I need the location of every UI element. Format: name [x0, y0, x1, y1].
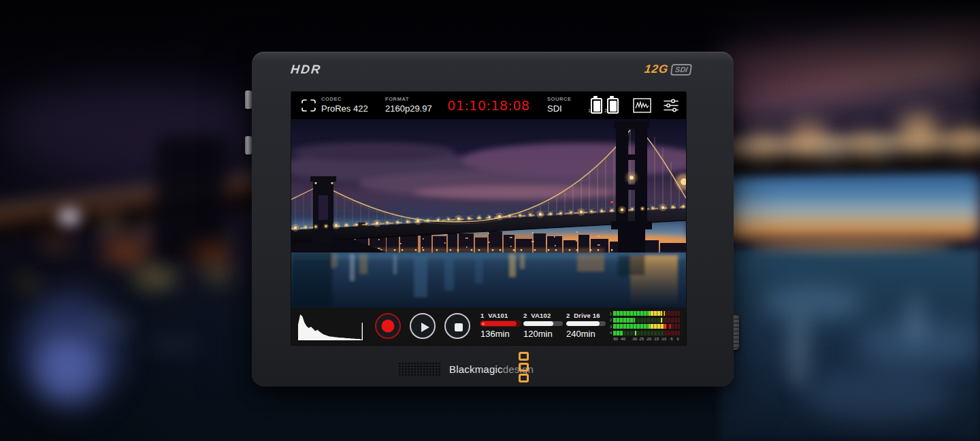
- bg-bokeh: [898, 114, 939, 147]
- recording-dot: [482, 323, 485, 325]
- bg-bokeh: [749, 133, 776, 154]
- storage-name: 1 VA101: [480, 312, 523, 319]
- bg-horizon-lights: [749, 240, 953, 252]
- video-preview[interactable]: [291, 119, 686, 308]
- audio-meters[interactable]: 1234-50-40-30-25-20-15-10-50: [608, 311, 680, 342]
- settings-sliders-icon[interactable]: [663, 98, 679, 113]
- storage-remaining: 240min: [566, 329, 608, 339]
- channel-number: 1: [608, 312, 613, 316]
- bg-bokeh: [41, 235, 72, 250]
- 12g-label: 12G: [643, 63, 669, 76]
- format-value: 2160p29.97: [385, 103, 432, 114]
- battery-number: 2: [604, 108, 607, 113]
- channel-number: 3: [608, 325, 613, 329]
- format-indicator[interactable]: FORMAT 2160p29.97: [385, 96, 432, 114]
- bg-reflection: [905, 293, 926, 347]
- logo-square: [519, 352, 529, 361]
- battery-number: 1: [588, 108, 591, 113]
- record-icon: [382, 320, 395, 333]
- bg-bokeh: [192, 245, 233, 264]
- bg-bokeh: [14, 278, 41, 289]
- status-bar: CODEC ProRes 422 FORMAT 2160p29.97 01:10…: [291, 92, 686, 119]
- storage-bar: [523, 321, 563, 326]
- bg-bokeh: [37, 337, 99, 398]
- video-assist-monitor: HDR 12G SDI CODEC ProRes 422 FORMAT 2160…: [252, 52, 734, 387]
- meter-scale: -50-40-30-25-20-15-10-50: [612, 337, 680, 342]
- codec-label: CODEC: [321, 96, 368, 102]
- play-icon: [421, 323, 429, 332]
- side-button[interactable]: [245, 91, 252, 109]
- logo-square: [519, 374, 529, 382]
- lower-toolbar: 1 VA101 136min 2 VA102 120min 2 Drive 16…: [291, 308, 686, 345]
- storage-bar: [566, 321, 606, 326]
- bg-bokeh: [204, 270, 234, 280]
- side-button[interactable]: [245, 136, 252, 154]
- bg-bokeh: [133, 271, 177, 284]
- waveform-scope-icon[interactable]: [633, 98, 651, 113]
- battery-icon: 2: [607, 98, 619, 114]
- storage-remaining: 120min: [523, 329, 566, 339]
- touchscreen[interactable]: CODEC ProRes 422 FORMAT 2160p29.97 01:10…: [291, 92, 686, 345]
- audio-meter-channel: 3: [608, 324, 680, 329]
- source-label: SOURCE: [547, 96, 572, 102]
- record-button[interactable]: [375, 313, 401, 339]
- audio-meter-channel: 2: [608, 318, 680, 323]
- bg-reflection: [143, 340, 204, 348]
- bg-bokeh: [789, 122, 828, 152]
- channel-number: 2: [608, 318, 613, 322]
- speaker-grille: [398, 362, 442, 376]
- audio-meter-channel: 4: [608, 331, 680, 336]
- source-value: SDI: [547, 103, 572, 114]
- bg-bokeh: [102, 240, 150, 263]
- hdr-badge: HDR: [290, 63, 322, 77]
- bg-reflection: [786, 313, 811, 388]
- timecode-display[interactable]: 01:10:18:08: [447, 98, 529, 113]
- battery-fill: [593, 101, 600, 112]
- bg-bridge-tower-left: [153, 136, 228, 262]
- bg-bokeh: [58, 208, 81, 226]
- play-button[interactable]: [410, 313, 436, 339]
- frame-guides-icon[interactable]: [301, 99, 316, 112]
- audio-meter-channel: 1: [608, 311, 680, 316]
- bg-reflection: [762, 286, 864, 320]
- histogram[interactable]: [298, 312, 363, 340]
- battery-icon: 1: [591, 98, 602, 114]
- source-indicator[interactable]: SOURCE SDI: [547, 96, 572, 114]
- storage-name: 2 Drive 16: [566, 312, 608, 319]
- channel-number: 4: [608, 331, 613, 335]
- bg-bokeh: [949, 127, 980, 151]
- logo-square: [519, 363, 529, 372]
- storage-drive[interactable]: 2 Drive 16 240min: [566, 312, 608, 339]
- bg-reflection: [803, 368, 953, 422]
- battery-status[interactable]: 1 2: [591, 98, 619, 114]
- codec-indicator[interactable]: CODEC ProRes 422: [321, 96, 368, 114]
- codec-value: ProRes 422: [321, 103, 368, 114]
- bg-reflection: [88, 320, 136, 329]
- bg-bokeh: [823, 143, 844, 158]
- bg-sky-horizon: [720, 170, 980, 238]
- storage-slot-2[interactable]: 2 VA102 120min: [523, 312, 566, 339]
- bridge-scene: [291, 119, 686, 308]
- storage-name: 2 VA102: [523, 312, 566, 319]
- bg-bokeh: [875, 142, 894, 155]
- storage-bar: [480, 321, 520, 326]
- bg-bokeh: [102, 218, 120, 231]
- stop-button[interactable]: [444, 313, 470, 339]
- sdi-label: SDI: [670, 64, 692, 76]
- storage-slot-1[interactable]: 1 VA101 136min: [480, 312, 523, 339]
- bmd-logo-squares: [519, 352, 529, 382]
- stop-icon: [455, 323, 463, 331]
- storage-remaining: 136min: [480, 329, 523, 339]
- battery-fill: [610, 101, 617, 112]
- format-label: FORMAT: [385, 96, 432, 102]
- 12g-sdi-badge: 12G SDI: [643, 63, 692, 76]
